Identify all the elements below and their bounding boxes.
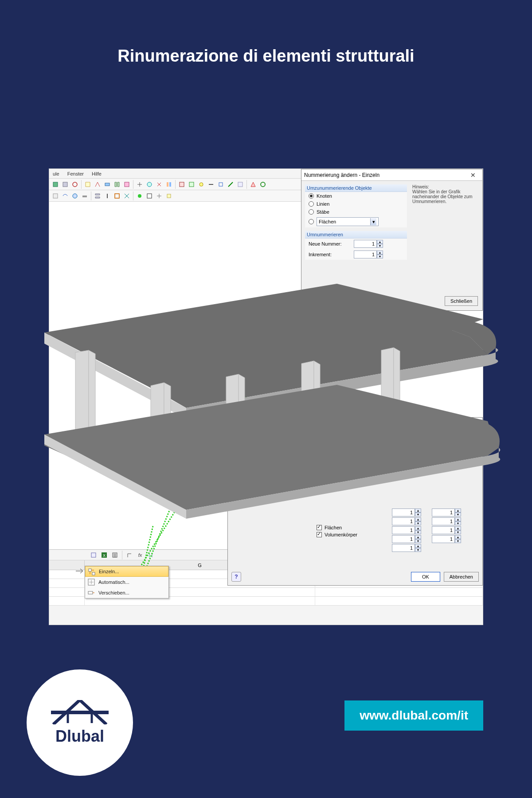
toolbar-button[interactable] (70, 180, 79, 189)
toolbar-button[interactable] (51, 192, 60, 200)
spinner-down-icon[interactable]: ▼ (415, 512, 421, 516)
toolbar-button[interactable] (135, 180, 144, 189)
ok-button[interactable]: OK (411, 572, 440, 582)
spinner[interactable]: ▲▼ (392, 535, 421, 543)
spinner-up-icon[interactable]: ▲ (377, 240, 383, 244)
radio-linien[interactable] (309, 201, 314, 207)
checkbox-flaechen[interactable] (317, 525, 322, 530)
toolbar-button[interactable] (70, 192, 79, 200)
spinner-up-icon[interactable]: ▲ (415, 526, 421, 530)
toolbar-button[interactable] (164, 180, 173, 189)
calculator-icon[interactable] (110, 551, 119, 559)
toolbar-button[interactable] (249, 180, 258, 189)
spinner-up-icon[interactable]: ▲ (455, 517, 461, 521)
radio-z[interactable] (400, 462, 405, 467)
menu-item-einzeln[interactable]: Einzeln... (85, 566, 168, 577)
spinner-down-icon[interactable]: ▼ (455, 530, 461, 534)
spinner[interactable]: ▲▼ (392, 544, 421, 552)
toolbar-button[interactable] (125, 551, 134, 559)
spinner-up-icon[interactable]: ▲ (455, 535, 461, 539)
toolbar-button[interactable] (258, 180, 267, 189)
toolbar-button[interactable] (207, 180, 215, 189)
menu-item[interactable]: ule (51, 170, 61, 177)
spinner-down-icon[interactable]: ▼ (415, 548, 421, 552)
menu-item-verschieben[interactable]: Verschieben... (85, 587, 168, 598)
spinner[interactable]: ▲▼ (432, 535, 461, 543)
menu-item[interactable]: Fenster (66, 170, 86, 177)
spinner-up-icon[interactable]: ▲ (377, 250, 383, 254)
spinner-down-icon[interactable]: ▼ (455, 521, 461, 525)
close-button[interactable]: Schließen (445, 296, 478, 306)
toolbar-button[interactable] (177, 180, 186, 189)
spinner-down-icon[interactable]: ▼ (415, 521, 421, 525)
toolbar-button[interactable] (216, 180, 225, 189)
toolbar-button[interactable] (103, 192, 112, 200)
help-icon[interactable]: ? (231, 572, 241, 582)
toolbar-button[interactable] (155, 192, 164, 200)
spinner[interactable]: ▲▼ (432, 509, 461, 516)
toolbar-button[interactable] (83, 180, 92, 189)
spinner-input[interactable] (432, 517, 455, 525)
toolbar-button[interactable] (80, 192, 89, 200)
radio-staebe[interactable] (309, 209, 314, 215)
menu-item-automatisch[interactable]: Automatisch... (85, 577, 168, 587)
toolbar-button[interactable] (51, 180, 60, 189)
radio-flaechen[interactable] (309, 219, 314, 224)
toolbar-button[interactable] (113, 180, 121, 189)
spinner-input[interactable] (354, 250, 377, 258)
close-icon[interactable]: ✕ (466, 171, 480, 180)
spinner-input[interactable] (392, 535, 415, 543)
spinner-down-icon[interactable]: ▼ (455, 512, 461, 516)
spinner-input[interactable] (354, 240, 377, 248)
toolbar-button[interactable] (145, 180, 154, 189)
spinner[interactable]: ▲▼ (392, 509, 421, 516)
spinner[interactable]: ▲▼ (392, 517, 421, 525)
spinner-down-icon[interactable]: ▼ (377, 254, 383, 258)
spinner-input[interactable] (392, 526, 415, 534)
spinner-input[interactable] (392, 509, 415, 516)
toolbar-button[interactable] (155, 180, 164, 189)
close-icon[interactable]: ✕ (466, 419, 480, 427)
toolbar-button[interactable] (103, 180, 112, 189)
toolbar-button[interactable] (93, 180, 102, 189)
excel-icon[interactable]: X (100, 551, 109, 559)
spinner-up-icon[interactable]: ▲ (415, 517, 421, 521)
increment-spinner[interactable]: ▲▼ (354, 250, 383, 258)
toolbar-button[interactable] (164, 192, 173, 200)
spinner[interactable]: ▲▼ (432, 517, 461, 525)
toolbar-button[interactable] (197, 180, 206, 189)
spinner-input[interactable] (392, 517, 415, 525)
checkbox-volumen[interactable] (317, 532, 322, 537)
spinner-down-icon[interactable]: ▼ (455, 539, 461, 543)
spinner-input[interactable] (432, 535, 455, 543)
spinner-down-icon[interactable]: ▼ (415, 530, 421, 534)
spinner[interactable]: ▲▼ (432, 526, 461, 534)
fx-icon[interactable]: fx (136, 551, 145, 559)
spinner-input[interactable] (392, 544, 415, 552)
spinner-input[interactable] (432, 509, 455, 516)
menu-item[interactable]: Hilfe (90, 170, 103, 177)
chevron-down-icon[interactable]: ▾ (370, 218, 376, 225)
toolbar-button[interactable] (236, 180, 245, 189)
toolbar-button[interactable] (135, 192, 144, 200)
spinner-up-icon[interactable]: ▲ (415, 509, 421, 512)
spinner-down-icon[interactable]: ▼ (415, 539, 421, 543)
cancel-button[interactable]: Abbrechen (444, 572, 479, 582)
spinner-up-icon[interactable]: ▲ (455, 526, 461, 530)
radio-y[interactable] (400, 454, 405, 459)
spinner-input[interactable] (432, 526, 455, 534)
radio-knoten[interactable] (309, 193, 314, 199)
spinner-up-icon[interactable]: ▲ (415, 535, 421, 539)
toolbar-button[interactable] (61, 192, 70, 200)
spinner[interactable]: ▲▼ (392, 526, 421, 534)
toolbar-button[interactable] (145, 192, 154, 200)
toolbar-button[interactable] (93, 192, 102, 200)
radio-x[interactable] (400, 446, 405, 451)
spinner-up-icon[interactable]: ▲ (415, 544, 421, 548)
toolbar-button[interactable] (61, 180, 70, 189)
toolbar-button[interactable] (187, 180, 196, 189)
new-number-spinner[interactable]: ▲▼ (354, 240, 383, 248)
object-type-combo[interactable]: Flächen ▾ (317, 217, 379, 226)
toolbar-button[interactable] (226, 180, 235, 189)
spinner-down-icon[interactable]: ▼ (377, 244, 383, 248)
